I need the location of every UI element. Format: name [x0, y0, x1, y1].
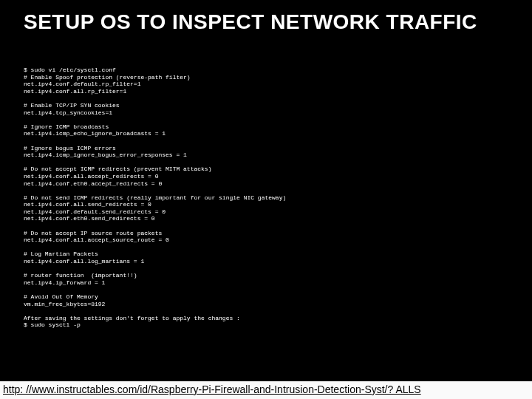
- code-block: $ sudo vi /etc/sysctl.conf # Enable Spoo…: [24, 66, 517, 329]
- slide-title: SETUP OS TO INSPECT NETWORK TRAFFIC: [24, 10, 508, 34]
- source-link[interactable]: http: //www.instructables.com/id/Raspber…: [0, 381, 532, 399]
- slide: SETUP OS TO INSPECT NETWORK TRAFFIC $ su…: [0, 0, 532, 399]
